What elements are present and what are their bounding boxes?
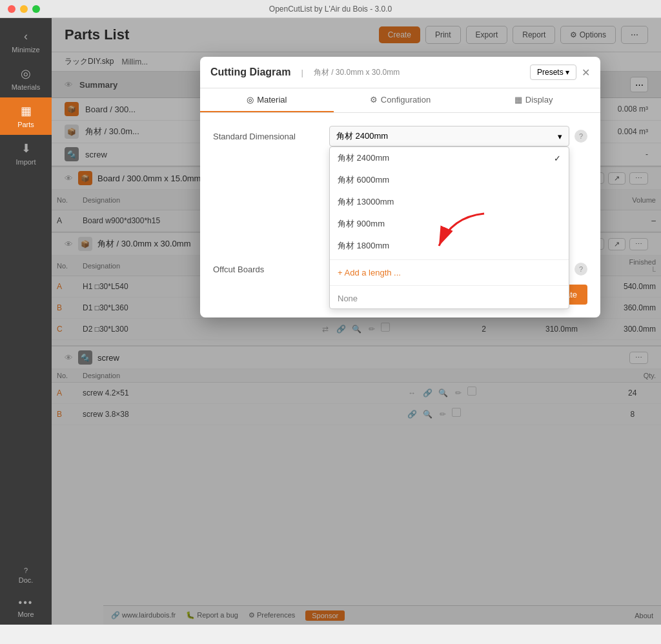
- selected-value: 角材 2400mm: [336, 130, 388, 142]
- sidebar-item-label: Materials: [12, 83, 41, 91]
- dropdown-item-13000[interactable]: 角材 13000mm: [330, 191, 569, 213]
- standard-dimensional-dropdown: 角材 2400mm ✓ 角材 6000mm 角材 13000mm: [329, 146, 569, 309]
- offcut-help-icon[interactable]: ?: [575, 263, 587, 276]
- checkmark-icon: ✓: [554, 154, 561, 163]
- sidebar-item-materials[interactable]: ◎ Materials: [0, 60, 52, 97]
- minimize-button[interactable]: [20, 5, 28, 13]
- tab-configuration[interactable]: ⚙ Configuration: [334, 88, 467, 112]
- maximize-button[interactable]: [32, 5, 40, 13]
- materials-icon: ◎: [21, 66, 31, 81]
- dropdown-item-6000[interactable]: 角材 6000mm: [330, 169, 569, 191]
- modal-body: Standard Dimensional 角材 2400mm ▾ 角材 2400…: [200, 113, 600, 317]
- titlebar: OpenCutList by L'Air du Bois - 3.0.0: [0, 0, 661, 18]
- main-content: Parts List Create Print Export Report ⚙ …: [52, 18, 661, 625]
- modal-header-actions: Presets ▾ ✕: [530, 65, 590, 80]
- window-controls[interactable]: [8, 5, 40, 13]
- dropdown-item-1800[interactable]: 角材 1800mm: [330, 235, 569, 257]
- offcut-label: Offcut Boards: [213, 265, 329, 274]
- modal-subtitle: 角材 / 30.0mm x 30.0mm: [314, 67, 400, 78]
- dropdown-none[interactable]: None: [330, 288, 569, 308]
- sidebar: ‹ Minimize ◎ Materials ▦ Parts ⬇ Import …: [0, 18, 52, 625]
- modal-tabs: ◎ Material ⚙ Configuration ▦ Display: [200, 88, 600, 113]
- close-button[interactable]: [8, 5, 15, 13]
- parts-icon: ▦: [21, 104, 32, 118]
- dropdown-add-length[interactable]: + Add a length ...: [330, 263, 569, 283]
- sidebar-item-label: Minimize: [12, 46, 39, 54]
- dropdown-divider2: [330, 285, 569, 286]
- display-tab-icon: ▦: [514, 95, 522, 105]
- modal-title: Cutting Diagram: [210, 66, 290, 78]
- sidebar-item-label: Import: [15, 158, 36, 166]
- help-icon[interactable]: ?: [575, 130, 587, 143]
- configuration-tab-label: Configuration: [381, 95, 431, 105]
- sidebar-item-import[interactable]: ⬇ Import: [0, 135, 52, 172]
- dropdown-divider: [330, 259, 569, 260]
- app-layout: ‹ Minimize ◎ Materials ▦ Parts ⬇ Import …: [0, 18, 661, 625]
- more-label: More: [17, 610, 34, 618]
- tab-material[interactable]: ◎ Material: [200, 88, 334, 112]
- chevron-left-icon: ‹: [24, 30, 28, 43]
- chevron-down-icon: ▾: [558, 132, 562, 141]
- more-icon: •••: [19, 597, 34, 609]
- modal-overlay[interactable]: Cutting Diagram | 角材 / 30.0mm x 30.0mm P…: [52, 18, 661, 625]
- sidebar-item-parts[interactable]: ▦ Parts: [0, 97, 52, 135]
- configuration-tab-icon: ⚙: [370, 95, 378, 105]
- close-modal-button[interactable]: ✕: [582, 66, 590, 79]
- dropdown-item-900[interactable]: 角材 900mm: [330, 213, 569, 235]
- display-tab-label: Display: [525, 95, 553, 105]
- cutting-diagram-modal: Cutting Diagram | 角材 / 30.0mm x 30.0mm P…: [200, 57, 600, 317]
- standard-dimensional-label: Standard Dimensional: [213, 132, 329, 141]
- sidebar-item-doc[interactable]: ? Doc.: [17, 560, 34, 590]
- standard-dimensional-select[interactable]: 角材 2400mm ▾: [329, 126, 569, 146]
- material-tab-label: Material: [257, 95, 287, 105]
- standard-dimensional-control: 角材 2400mm ▾ 角材 2400mm ✓ 角材 6000mm: [329, 126, 569, 146]
- app-title: OpenCutList by L'Air du Bois - 3.0.0: [269, 5, 392, 14]
- tab-display[interactable]: ▦ Display: [467, 88, 600, 112]
- sidebar-item-more[interactable]: ••• More: [17, 590, 34, 625]
- sidebar-bottom: ? Doc. ••• More: [17, 560, 34, 625]
- question-icon: ?: [24, 567, 28, 574]
- presets-button[interactable]: Presets ▾: [530, 65, 576, 80]
- material-tab-icon: ◎: [247, 95, 254, 105]
- sidebar-item-label: Parts: [17, 121, 34, 128]
- dropdown-item-2400[interactable]: 角材 2400mm ✓: [330, 147, 569, 169]
- import-icon: ⬇: [21, 141, 31, 156]
- doc-label: Doc.: [19, 576, 34, 584]
- sidebar-item-minimize[interactable]: ‹ Minimize: [0, 23, 52, 60]
- modal-header: Cutting Diagram | 角材 / 30.0mm x 30.0mm P…: [200, 57, 600, 88]
- standard-dimensional-row: Standard Dimensional 角材 2400mm ▾ 角材 2400…: [213, 126, 587, 146]
